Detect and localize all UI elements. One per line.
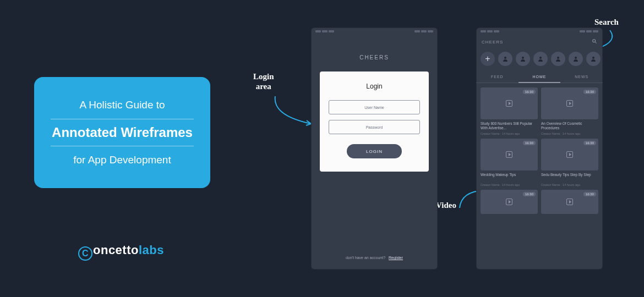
video-card[interactable]: 16:30 An Overview Of Cosmetic Procedures…: [541, 87, 598, 135]
wireframe-feed-screen: CHEERS + FEED HOME NEWS 16:30 Study 800 …: [476, 28, 603, 270]
register-link[interactable]: Register: [389, 256, 403, 260]
video-card[interactable]: 16:30 Sedu Beauty Tips Step By Step Crea…: [541, 139, 598, 186]
annotation-video: Video: [436, 201, 456, 210]
logo-text-suffix: labs: [139, 243, 164, 257]
title-line-1: A Holistic Guide to: [51, 99, 194, 111]
password-input[interactable]: Password: [329, 120, 420, 134]
duration-badge: 16:30: [523, 192, 536, 196]
add-story-button[interactable]: +: [481, 52, 495, 66]
video-card[interactable]: 16:30 Wedding Makeup Tips Creator Name ·…: [481, 139, 538, 186]
svg-point-7: [592, 57, 594, 59]
brand-logo: Concettolabs: [78, 243, 164, 261]
wireframe-login-screen: CHEERS Login User Name Password LOGIN do…: [311, 28, 438, 270]
duration-badge: 16:30: [583, 192, 596, 196]
duration-badge: 16:30: [523, 141, 536, 145]
video-title: Wedding Makeup Tips: [481, 173, 538, 182]
play-icon: [506, 100, 512, 107]
title-line-2: Annotated Wireframes: [51, 119, 194, 146]
video-meta: Creator Name · 14 hours ago: [541, 183, 598, 186]
video-title: Study 800 Numbers Still Popular With Adv…: [481, 122, 538, 131]
login-panel-title: Login: [329, 82, 420, 90]
video-card[interactable]: 16:30 Study 800 Numbers Still Popular Wi…: [481, 87, 538, 135]
login-button[interactable]: LOGIN: [347, 144, 402, 158]
story-avatar[interactable]: [586, 52, 601, 66]
duration-badge: 16:30: [523, 90, 536, 94]
annotation-login-area: Login area: [253, 72, 274, 91]
play-icon: [566, 100, 573, 107]
logo-c-icon: C: [78, 246, 92, 261]
footer-text: don't have an account?: [346, 256, 385, 260]
svg-point-2: [504, 57, 506, 59]
video-title: Sedu Beauty Tips Step By Step: [541, 173, 598, 182]
play-icon: [506, 199, 512, 205]
svg-point-4: [539, 57, 542, 59]
login-panel: Login User Name Password LOGIN: [320, 72, 429, 172]
svg-point-3: [522, 57, 524, 59]
duration-badge: 16:30: [583, 141, 596, 145]
title-line-3: for App Development: [51, 154, 194, 166]
app-brand-header: CHEERS: [482, 40, 503, 45]
video-meta: Creator Name · 14 hours ago: [541, 132, 598, 135]
phone-statusbar: [476, 28, 603, 35]
story-avatar[interactable]: [569, 52, 583, 66]
video-thumb: 16:30: [481, 190, 538, 214]
story-avatar[interactable]: [498, 52, 512, 66]
svg-point-5: [557, 57, 559, 59]
stories-row: +: [476, 47, 603, 72]
search-icon[interactable]: [592, 38, 597, 45]
video-meta: Creator Name · 14 hours ago: [481, 183, 538, 186]
svg-line-1: [595, 42, 597, 43]
video-card[interactable]: 16:30: [541, 190, 598, 214]
annotation-search: Search: [594, 18, 619, 27]
story-avatar[interactable]: [551, 52, 565, 66]
play-icon: [566, 151, 573, 158]
title-card: A Holistic Guide to Annotated Wireframes…: [34, 77, 210, 188]
duration-badge: 16:30: [583, 90, 596, 94]
username-input[interactable]: User Name: [329, 100, 420, 114]
svg-point-6: [575, 57, 577, 59]
video-meta: Creator Name · 14 hours ago: [481, 132, 538, 135]
video-thumb: 16:30: [541, 190, 598, 214]
video-thumb: 16:30: [481, 87, 538, 119]
feed-grid: 16:30 Study 800 Numbers Still Popular Wi…: [476, 83, 603, 218]
video-thumb: 16:30: [541, 87, 598, 119]
tab-home[interactable]: HOME: [519, 72, 561, 83]
feed-topbar: CHEERS: [476, 35, 603, 47]
app-brand-header: CHEERS: [311, 35, 438, 72]
tab-news[interactable]: NEWS: [560, 72, 603, 83]
play-icon: [506, 151, 512, 158]
feed-tabs: FEED HOME NEWS: [476, 72, 603, 83]
play-icon: [566, 199, 573, 205]
phone-statusbar: [311, 28, 438, 35]
story-avatar[interactable]: [516, 52, 530, 66]
video-thumb: 16:30: [481, 139, 538, 170]
video-title: An Overview Of Cosmetic Procedures: [541, 122, 598, 131]
video-thumb: 16:30: [541, 139, 598, 170]
video-card[interactable]: 16:30: [481, 190, 538, 214]
tab-feed[interactable]: FEED: [476, 72, 519, 83]
logo-text-main: oncetto: [93, 243, 139, 257]
login-footer: don't have an account? Register: [311, 256, 438, 260]
svg-point-0: [593, 40, 596, 42]
story-avatar[interactable]: [533, 52, 548, 66]
